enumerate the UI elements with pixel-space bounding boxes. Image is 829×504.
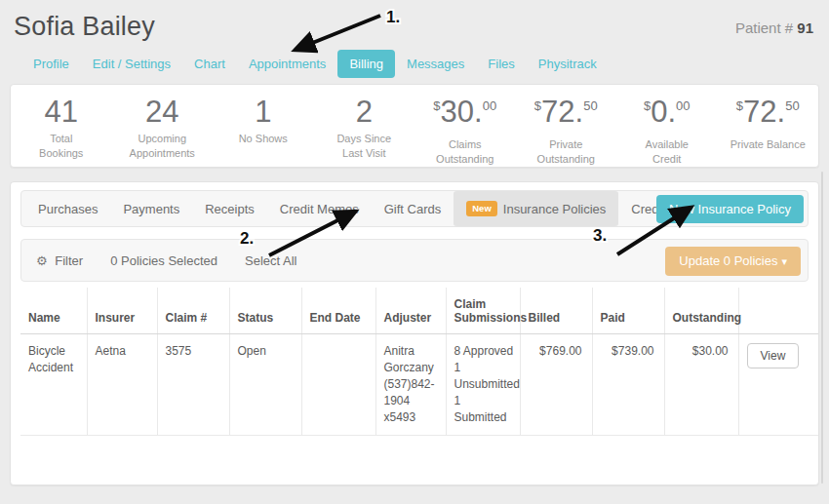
patient-stats-panel: 41 TotalBookings 24 UpcomingAppointments…: [10, 84, 819, 168]
currency-sign: $: [534, 98, 541, 113]
subtab-purchases[interactable]: Purchases: [25, 191, 110, 226]
stat-value: 41: [45, 95, 78, 129]
filter-button[interactable]: ⚙ Filter: [36, 253, 83, 268]
stat-value: 30.: [441, 95, 483, 129]
cell-paid: $739.00: [592, 334, 664, 436]
col-header-paid: Paid: [592, 288, 664, 334]
col-header-billed: Billed: [520, 288, 592, 334]
stat-private-outstanding: $72.50 PrivateOutstanding: [516, 85, 617, 167]
stat-cents: 00: [676, 98, 690, 113]
table-header-row: Name Insurer Claim # Status End Date Adj…: [20, 288, 819, 334]
stat-no-shows: 1 No Shows: [213, 85, 314, 167]
patient-number: Patient # 91: [735, 19, 813, 36]
cell-actions: View: [738, 334, 819, 436]
stat-days-since-last-visit: 2 Days SinceLast Visit: [314, 85, 415, 167]
billing-tabbar: Purchases Payments Receipts Credit Memos…: [20, 190, 809, 227]
currency-sign: $: [644, 98, 651, 113]
patient-number-label: Patient #: [735, 19, 793, 36]
col-header-status: Status: [229, 288, 301, 334]
stat-available-credit: $0.00 AvailableCredit: [616, 85, 718, 167]
patient-number-value: 91: [797, 19, 813, 36]
stat-cents: 50: [583, 98, 597, 113]
col-header-actions: [738, 288, 819, 334]
update-policies-button[interactable]: Update 0 Policies▾: [665, 247, 801, 276]
cell-name: Bicycle Accident: [20, 334, 87, 436]
tab-files[interactable]: Files: [476, 50, 526, 78]
tab-edit-settings[interactable]: Edit / Settings: [81, 50, 182, 78]
stat-cents: 00: [483, 98, 496, 113]
new-insurance-policy-button[interactable]: New Insurance Policy: [656, 195, 804, 223]
cell-claim-number: 3575: [157, 334, 229, 436]
new-badge: New: [466, 201, 497, 216]
view-policy-button[interactable]: View: [747, 343, 800, 368]
stat-upcoming-appointments: 24 UpcomingAppointments: [112, 85, 214, 167]
cell-claim-submissions: 8 Approved 1 Unsubmitted 1 Submitted: [446, 334, 520, 436]
currency-sign: $: [736, 98, 743, 113]
col-header-end-date: End Date: [301, 288, 375, 334]
col-header-name: Name: [20, 288, 87, 334]
stat-private-balance: $72.50 Private Balance: [718, 85, 819, 167]
col-header-claim-submissions: Claim Submissions: [446, 288, 520, 334]
profile-nav: Profile Edit / Settings Chart Appointmen…: [21, 49, 829, 78]
col-header-claim-number: Claim #: [157, 288, 229, 334]
col-header-adjuster: Adjuster: [375, 288, 446, 334]
stat-value: 24: [145, 95, 178, 129]
subtab-credit-memos[interactable]: Credit Memos: [267, 191, 372, 226]
subtab-payments[interactable]: Payments: [110, 191, 192, 226]
tab-chart[interactable]: Chart: [182, 50, 237, 78]
stat-value: 0.: [651, 95, 676, 129]
tab-physitrack[interactable]: Physitrack: [527, 50, 609, 78]
tab-appointments[interactable]: Appointments: [237, 50, 338, 78]
tab-profile[interactable]: Profile: [21, 50, 81, 78]
stat-value: 72.: [743, 95, 785, 129]
gear-icon: ⚙: [36, 253, 48, 268]
scrollbar[interactable]: [821, 172, 823, 484]
billing-panel: Purchases Payments Receipts Credit Memos…: [10, 181, 819, 485]
cell-billed: $769.00: [520, 334, 592, 436]
stat-value: 2: [356, 95, 373, 129]
col-header-outstanding: Outstanding: [664, 288, 738, 334]
stat-total-bookings: 41 TotalBookings: [11, 85, 112, 167]
currency-sign: $: [433, 98, 440, 113]
insurance-policies-table: Name Insurer Claim # Status End Date Adj…: [20, 288, 819, 436]
policies-selected-count: 0 Policies Selected: [110, 253, 217, 268]
select-all-button[interactable]: Select All: [245, 253, 296, 268]
page-title: Sofia Bailey: [14, 12, 155, 41]
caret-down-icon: ▾: [781, 255, 787, 267]
subtab-receipts[interactable]: Receipts: [192, 191, 267, 226]
stat-value: 72.: [541, 95, 583, 129]
table-row: Bicycle Accident Aetna 3575 Open Anitra …: [20, 334, 819, 436]
tab-billing[interactable]: Billing: [337, 50, 395, 78]
cell-insurer: Aetna: [87, 334, 157, 436]
stat-value: 1: [255, 95, 271, 129]
subtab-insurance-policies[interactable]: New Insurance Policies: [454, 191, 618, 226]
filter-bar: ⚙ Filter 0 Policies Selected Select All …: [20, 239, 809, 282]
stat-claims-outstanding: $30.00 ClaimsOutstanding: [414, 85, 516, 167]
col-header-insurer: Insurer: [87, 288, 157, 334]
subtab-gift-cards[interactable]: Gift Cards: [372, 191, 454, 226]
stat-cents: 50: [785, 98, 799, 113]
cell-end-date: [301, 334, 375, 436]
cell-outstanding: $30.00: [664, 334, 738, 436]
cell-status: Open: [229, 334, 301, 436]
tab-messages[interactable]: Messages: [395, 50, 476, 78]
cell-adjuster: Anitra Gorczany (537)842-1904 x5493: [375, 334, 446, 436]
page-header: Sofia Bailey Patient # 91: [0, 0, 829, 43]
